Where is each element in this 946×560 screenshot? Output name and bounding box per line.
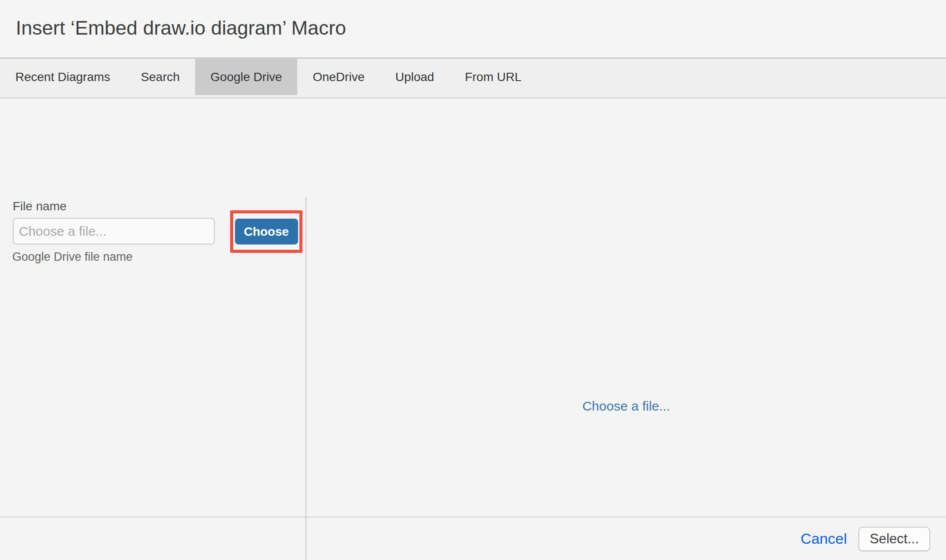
choose-file-link[interactable]: Choose a file... xyxy=(582,399,670,414)
tab-bar: Recent Diagrams Search Google Drive OneD… xyxy=(0,57,946,99)
file-name-input[interactable] xyxy=(13,218,215,245)
dialog-content: File name Choose Google Drive file name … xyxy=(0,99,946,517)
choose-button[interactable]: Choose xyxy=(235,219,298,245)
tab-google-drive[interactable]: Google Drive xyxy=(195,59,297,95)
dialog-footer: Cancel Select... xyxy=(0,517,946,560)
preview-pane: Choose a file... xyxy=(306,197,946,560)
file-name-label: File name xyxy=(13,199,67,213)
cancel-button[interactable]: Cancel xyxy=(800,530,847,547)
select-button[interactable]: Select... xyxy=(858,527,930,551)
tab-search[interactable]: Search xyxy=(125,59,195,95)
dialog-title: Insert ‘Embed draw.io diagram’ Macro xyxy=(16,17,346,39)
tab-upload[interactable]: Upload xyxy=(380,59,450,95)
tab-onedrive[interactable]: OneDrive xyxy=(297,59,380,95)
highlight-box: Choose xyxy=(230,210,302,253)
tab-from-url[interactable]: From URL xyxy=(449,59,537,95)
tab-recent-diagrams[interactable]: Recent Diagrams xyxy=(0,59,125,95)
dialog-header: Insert ‘Embed draw.io diagram’ Macro xyxy=(0,0,946,57)
google-drive-helper-text: Google Drive file name xyxy=(12,250,133,264)
